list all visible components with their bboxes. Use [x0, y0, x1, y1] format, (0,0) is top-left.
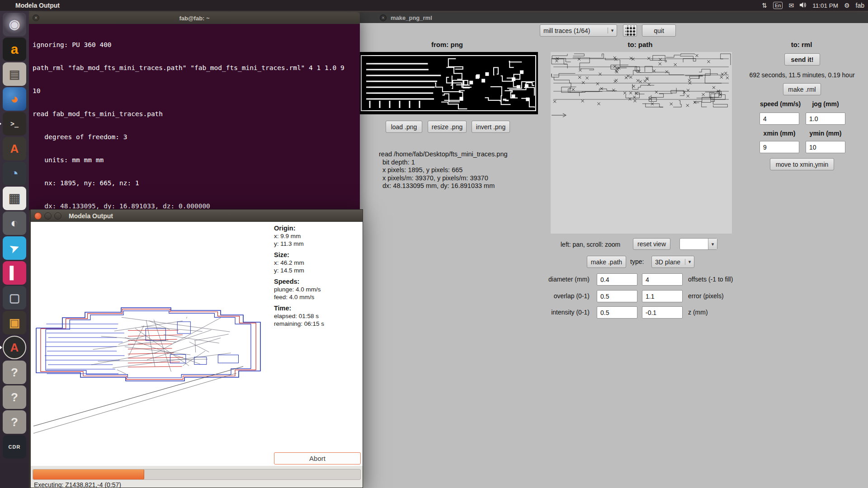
close-icon[interactable]: × [380, 14, 387, 21]
unity-launcher: ◉ a ▤ ◕ >_ A ◔ ▦ ◐ ➤ ▍ ▢ ▣ A ? ? ? CDR [0, 11, 29, 488]
launcher-item-unknown-2[interactable]: ? [3, 385, 26, 409]
terminal-line: 10 [33, 87, 356, 95]
mode-select[interactable]: mill traces (1/64) ▾ [540, 24, 617, 37]
launcher-item-screen-app[interactable]: ▢ [3, 286, 26, 310]
launcher-item-media-app[interactable]: ▍ [3, 261, 26, 285]
launcher-item-amazon[interactable]: a [3, 38, 26, 61]
mail-icon[interactable]: ✉ [788, 2, 794, 9]
launcher-item-fab-app[interactable]: A [3, 336, 26, 359]
png-info-line: bit depth: 1 [379, 159, 508, 167]
png-preview-image[interactable] [360, 52, 538, 114]
path-preview-canvas[interactable] [551, 52, 732, 234]
time-heading: Time: [274, 304, 360, 312]
chevron-down-icon: ▾ [708, 239, 717, 249]
offsets-label: offsets (-1 to fill) [688, 273, 733, 286]
z-label: z (mm) [688, 306, 708, 319]
remaining-time: remaining: 06:15 s [274, 320, 360, 328]
unknown-app-icon: ? [11, 391, 18, 403]
invert-png-button[interactable]: invert .png [472, 121, 510, 133]
intensity-input[interactable]: 0.5 [597, 306, 637, 319]
size-heading: Size: [274, 251, 360, 259]
png-info-line: read /home/fab/Desktop/fts_mini_traces.p… [379, 150, 508, 159]
maximize-button[interactable] [54, 212, 61, 220]
session-gear-icon[interactable]: ⚙ [844, 2, 850, 9]
launcher-item-cdr[interactable]: CDR [3, 435, 26, 459]
system-tray: ⇅ En ✉ 11:01 PM ⚙ fab [762, 2, 864, 9]
launcher-item-design-app[interactable]: ▣ [3, 311, 26, 334]
terminal-title: fab@fab: ~ [179, 15, 209, 22]
launcher-item-unknown-3[interactable]: ? [3, 410, 26, 434]
keyboard-indicator[interactable]: En [773, 2, 783, 9]
overlap-input[interactable]: 0.5 [597, 290, 637, 302]
xmin-input[interactable]: 9 [760, 141, 799, 153]
launcher-item-ubuntu-dash[interactable]: ◉ [3, 13, 26, 36]
launcher-item-keypad[interactable]: ▦ [3, 187, 26, 210]
diameter-label: diameter (mm) [523, 273, 590, 286]
move-to-xmin-ymin-button[interactable]: move to xmin,ymin [770, 158, 834, 170]
username-label[interactable]: fab [856, 2, 864, 9]
progress-bar [33, 469, 361, 480]
type-select[interactable]: 3D plane ▾ [651, 256, 694, 268]
fab-titlebar[interactable]: × make_png_rml [360, 12, 868, 23]
launcher-item-unknown-1[interactable]: ? [3, 361, 26, 384]
elapsed-time: elapsed: 01:58 s [274, 312, 360, 320]
size-y: y: 14.5 mm [274, 267, 360, 274]
top-menubar: Modela Output ⇅ En ✉ 11:01 PM ⚙ fab [0, 0, 868, 11]
quit-button[interactable]: quit [642, 24, 676, 37]
close-icon[interactable]: × [33, 14, 39, 21]
fab-app-icon: A [10, 342, 19, 353]
network-arrows-icon[interactable]: ⇅ [762, 2, 767, 9]
grid-icon [625, 26, 635, 36]
offsets-input[interactable]: 4 [642, 273, 683, 286]
size-x: x: 46.2 mm [274, 259, 360, 267]
terminal-titlebar[interactable]: × fab@fab: ~ [29, 12, 360, 24]
launcher-item-file-archiver[interactable]: ▤ [3, 62, 26, 86]
modela-titlebar[interactable]: Modela Output [31, 210, 363, 222]
reset-view-button[interactable]: reset view [633, 238, 670, 250]
make-path-button[interactable]: make .path [587, 256, 626, 268]
launcher-item-globe-app[interactable]: ◐ [3, 211, 26, 235]
resize-png-button[interactable]: resize .png [428, 121, 467, 133]
error-input[interactable]: 1.1 [642, 290, 683, 302]
launcher-item-chromium[interactable]: ◔ [3, 162, 26, 185]
speeds-heading: Speeds: [274, 277, 360, 286]
job-info-panel: Origin: x: 9.9 mm y: 11.3 mm Size: x: 46… [274, 224, 360, 331]
design-icon: ▣ [9, 317, 20, 328]
chevron-down-icon: ▾ [608, 28, 617, 33]
intensity-label: intensity (0-1) [523, 306, 590, 319]
minimize-button[interactable] [44, 212, 52, 220]
launcher-item-telegram[interactable]: ➤ [3, 236, 26, 260]
make-rml-button[interactable]: make .rml [783, 83, 821, 95]
terminal-icon: >_ [10, 121, 19, 127]
menubar-app-title: Modela Output [15, 2, 60, 9]
cdr-icon: CDR [9, 445, 21, 450]
speed-input[interactable]: 4 [760, 113, 799, 125]
diameter-input[interactable]: 0.4 [597, 273, 637, 286]
overlap-label: overlap (0-1) [523, 290, 590, 302]
text-editor-icon: A [10, 143, 19, 155]
launcher-item-firefox[interactable]: ◕ [3, 87, 26, 111]
origin-x: x: 9.9 mm [274, 232, 360, 240]
rml-time-estimate: 692 seconds, 11.5 minutes, 0.19 hour [743, 71, 861, 79]
terminal-output[interactable]: ignoring: PU 360 400 path_rml "fab_mod_f… [29, 24, 360, 210]
error-label: error (pixels) [688, 290, 724, 302]
type-label: type: [630, 256, 644, 268]
ymin-label: ymin (mm) [806, 130, 845, 137]
view-select[interactable]: ▾ [679, 238, 717, 250]
launcher-item-terminal[interactable]: >_ [3, 112, 26, 136]
modela-window-title: Modela Output [69, 212, 113, 220]
send-it-button[interactable]: send it! [784, 53, 820, 66]
close-button[interactable] [34, 212, 42, 220]
modules-grid-button[interactable] [623, 24, 637, 37]
z-input[interactable]: -0.1 [642, 306, 683, 319]
ymin-input[interactable]: 10 [806, 141, 845, 153]
unknown-app-icon: ? [11, 366, 18, 378]
abort-button[interactable]: Abort [274, 452, 361, 465]
status-text: Executing: Z1438,821,-4 (0:57) [34, 481, 121, 488]
modela-output-window: Modela Output Origin: x: 9.9 mm y: 11.3 … [30, 209, 363, 488]
load-png-button[interactable]: load .png [386, 121, 422, 133]
clock[interactable]: 11:01 PM [812, 2, 838, 9]
volume-icon[interactable] [800, 2, 807, 9]
jog-input[interactable]: 1.0 [806, 113, 845, 125]
launcher-item-text-editor[interactable]: A [3, 137, 26, 160]
